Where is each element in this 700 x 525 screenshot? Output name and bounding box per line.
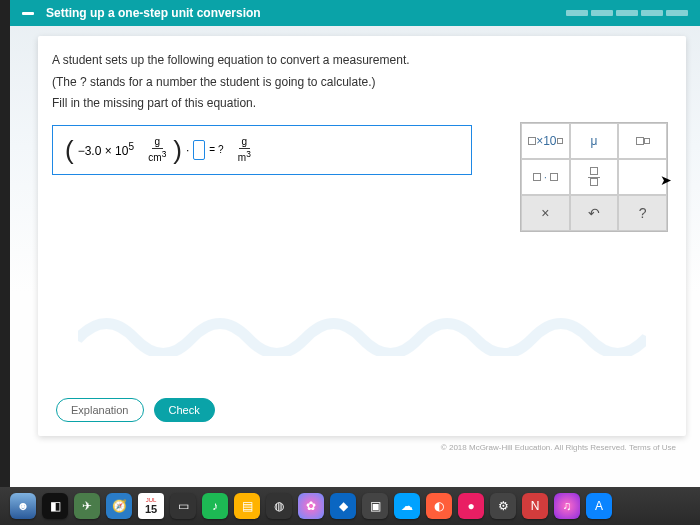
problem-card: A student sets up the following equation… [38,36,686,436]
dock-app[interactable]: ⚙ [490,493,516,519]
problem-line-2: (The ? stands for a number the student i… [52,72,672,94]
dock-app[interactable]: ◍ [266,493,292,519]
dock-spotify[interactable]: ♪ [202,493,228,519]
answer-blank[interactable] [193,140,205,160]
dock-calendar[interactable]: JUL15 [138,493,164,519]
explanation-button[interactable]: Explanation [56,398,144,422]
dock-appstore[interactable]: A [586,493,612,519]
key-undo[interactable]: ↶ [570,195,619,231]
dock-app[interactable]: N [522,493,548,519]
dock-app[interactable]: ◧ [42,493,68,519]
lhs-coeff: −3.0 × 105 [78,141,134,158]
dock-safari[interactable]: 🧭 [106,493,132,519]
problem-line-1: A student sets up the following equation… [52,50,672,72]
key-help[interactable]: ? [618,195,667,231]
dock-finder[interactable]: ☻ [10,493,36,519]
dock-app[interactable]: ▤ [234,493,260,519]
key-blank [618,159,667,195]
equals-question: = ? [209,144,223,155]
lhs-unit: g cm3 [145,136,169,164]
key-clear[interactable]: × [521,195,570,231]
key-micro[interactable]: μ [570,123,619,159]
key-exponent-box[interactable] [618,123,667,159]
rhs-unit: g m3 [235,136,254,164]
watermark [78,296,646,356]
dock-app[interactable]: ✈ [74,493,100,519]
menu-icon[interactable] [22,12,34,15]
key-multiply-boxes[interactable]: · [521,159,570,195]
dock-app[interactable]: ▭ [170,493,196,519]
page-title: Setting up a one-step unit conversion [46,6,261,20]
key-power-of-ten[interactable]: ×10 [521,123,570,159]
dock-app[interactable]: ◆ [330,493,356,519]
dock-app[interactable]: ☁ [394,493,420,519]
copyright-text: © 2018 McGraw-Hill Education. All Rights… [441,443,676,452]
check-button[interactable]: Check [154,398,215,422]
problem-line-3: Fill in the missing part of this equatio… [52,93,672,115]
progress-bar [566,10,688,16]
equation-input-area[interactable]: ( −3.0 × 105 g cm3 ) · = ? g m3 [52,125,472,175]
dock-app[interactable]: ● [458,493,484,519]
middle-dot: · [186,143,189,157]
dock-itunes[interactable]: ♫ [554,493,580,519]
macos-dock: ☻ ◧ ✈ 🧭 JUL15 ▭ ♪ ▤ ◍ ✿ ◆ ▣ ☁ ◐ ● ⚙ N ♫ … [0,487,700,525]
math-keypad: ×10 μ · × ↶ ? [520,122,668,232]
dock-app[interactable]: ◐ [426,493,452,519]
dock-app[interactable]: ▣ [362,493,388,519]
dock-photos[interactable]: ✿ [298,493,324,519]
key-fraction[interactable] [570,159,619,195]
